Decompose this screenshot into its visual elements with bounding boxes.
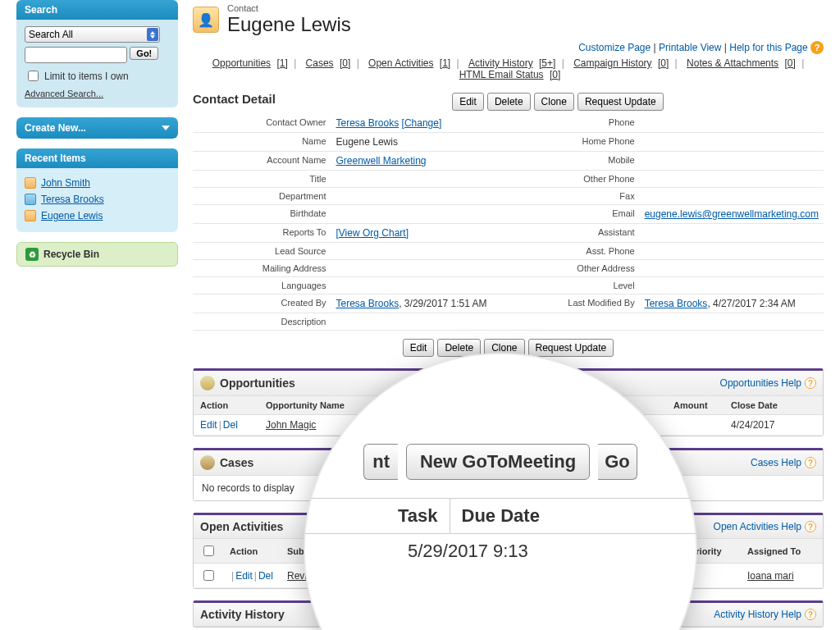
record-type-label: Contact <box>227 3 351 13</box>
detail-header: Contact Detail Edit Delete Clone Request… <box>193 92 824 111</box>
recycle-bin-button[interactable]: ♻ Recycle Bin <box>16 242 178 267</box>
del-link[interactable]: Del <box>223 419 238 431</box>
nav-cases[interactable]: Cases <box>306 57 334 69</box>
page-actions: Customize Page | Printable View | Help f… <box>193 41 824 54</box>
nav-activity-history[interactable]: Activity History <box>468 57 533 69</box>
magnified-due-date-value: 5/29/2017 9:13 <box>396 534 540 568</box>
contact-mini-icon <box>25 210 36 221</box>
magnified-button-partial-right[interactable]: Go <box>598 444 637 480</box>
assigned-to-link[interactable]: Ioana mari <box>747 570 794 582</box>
record-name: Eugene Lewis <box>227 13 351 36</box>
row-checkbox[interactable] <box>203 570 214 581</box>
nav-opportunities[interactable]: Opportunities <box>212 57 271 69</box>
nav-html-email-status[interactable]: HTML Email Status <box>459 69 544 80</box>
recent-item[interactable]: Eugene Lewis <box>25 208 170 224</box>
request-update-button-bottom[interactable]: Request Update <box>528 339 614 357</box>
activity-history-help-link[interactable]: Activity History Help <box>714 609 801 620</box>
opportunities-help-link[interactable]: Opportunities Help <box>720 377 801 389</box>
account-link[interactable]: Greenwell Marketing <box>336 155 427 167</box>
search-go-button[interactable]: Go! <box>130 47 158 60</box>
chevron-down-icon <box>162 126 170 130</box>
owner-link[interactable]: Teresa Brooks <box>336 117 399 129</box>
opportunity-name-link[interactable]: John Magic <box>266 419 316 431</box>
search-panel: Search Search All Go! Limit to items I o… <box>16 0 178 107</box>
recent-item[interactable]: Teresa Brooks <box>25 191 170 208</box>
edit-button[interactable]: Edit <box>452 93 484 111</box>
view-org-chart-link[interactable]: [View Org Chart] <box>336 227 409 239</box>
opportunity-icon <box>200 376 215 390</box>
record-header: 👤 Contact Eugene Lewis <box>193 0 824 36</box>
search-scope-select[interactable]: Search All <box>25 26 160 43</box>
recent-item-link[interactable]: Eugene Lewis <box>41 210 103 221</box>
clone-button[interactable]: Clone <box>534 93 574 111</box>
created-by-link[interactable]: Teresa Brooks <box>336 298 399 309</box>
help-icon[interactable]: ? <box>805 609 816 620</box>
help-icon[interactable]: ? <box>805 457 816 468</box>
contact-icon: 👤 <box>193 7 219 33</box>
create-new-label: Create New... <box>25 122 86 134</box>
related-list-nav: Opportunities [1] | Cases [0] | Open Act… <box>193 57 824 80</box>
recent-item-link[interactable]: Teresa Brooks <box>41 194 104 205</box>
edit-link[interactable]: Edit <box>200 419 217 431</box>
recent-item-link[interactable]: John Smith <box>41 177 90 189</box>
recent-items-panel: Recent Items John Smith Teresa Brooks Eu… <box>16 148 178 232</box>
customize-page-link[interactable]: Customize Page <box>578 42 651 53</box>
contact-detail-table: Contact Owner Teresa Brooks [Change] Pho… <box>193 114 824 331</box>
detail-title: Contact Detail <box>193 92 276 106</box>
recent-item[interactable]: John Smith <box>25 175 170 191</box>
search-input[interactable] <box>25 47 127 63</box>
open-activities-help-link[interactable]: Open Activities Help <box>714 521 801 532</box>
recent-items-header: Recent Items <box>16 148 178 168</box>
del-link[interactable]: Del <box>258 570 273 582</box>
limit-to-own-checkbox[interactable] <box>28 71 39 81</box>
nav-notes-attachments[interactable]: Notes & Attachments <box>687 57 778 69</box>
delete-button[interactable]: Delete <box>487 93 531 111</box>
printable-view-link[interactable]: Printable View <box>659 42 722 53</box>
select-all-checkbox[interactable] <box>203 546 214 556</box>
cases-help-link[interactable]: Cases Help <box>751 457 801 468</box>
nav-campaign-history[interactable]: Campaign History <box>573 57 651 69</box>
magnified-button-partial-left[interactable]: nt <box>363 444 398 480</box>
contact-mini-icon <box>25 177 36 189</box>
magnified-due-date-header: Due Date <box>450 499 551 533</box>
create-new-panel[interactable]: Create New... <box>16 117 178 139</box>
sidebar: Search Search All Go! Limit to items I o… <box>0 0 185 630</box>
magnified-column-headers: Task Due Date <box>304 498 696 534</box>
edit-button-bottom[interactable]: Edit <box>403 339 435 357</box>
help-page-link[interactable]: Help for this Page <box>729 42 807 53</box>
limit-to-own-label[interactable]: Limit to items I own <box>25 68 170 84</box>
recycle-icon: ♻ <box>25 248 39 261</box>
case-icon <box>200 455 215 470</box>
help-icon[interactable]: ? <box>805 377 816 389</box>
new-gotomeeting-button[interactable]: New GoToMeeting <box>406 444 590 480</box>
edit-link[interactable]: Edit <box>235 570 253 582</box>
request-update-button[interactable]: Request Update <box>578 93 664 111</box>
user-mini-icon <box>25 194 36 205</box>
email-link[interactable]: eugene.lewis@greenwellmarketing.com <box>645 208 819 220</box>
help-icon[interactable]: ? <box>805 521 816 532</box>
help-icon[interactable]: ? <box>810 41 824 54</box>
advanced-search-link[interactable]: Advanced Search... <box>25 89 103 98</box>
search-panel-header: Search <box>16 0 178 20</box>
nav-open-activities[interactable]: Open Activities <box>368 57 433 69</box>
modified-by-link[interactable]: Teresa Brooks <box>645 298 708 309</box>
magnified-task-header: Task <box>386 499 450 533</box>
change-owner-link[interactable]: [Change] <box>402 117 442 129</box>
